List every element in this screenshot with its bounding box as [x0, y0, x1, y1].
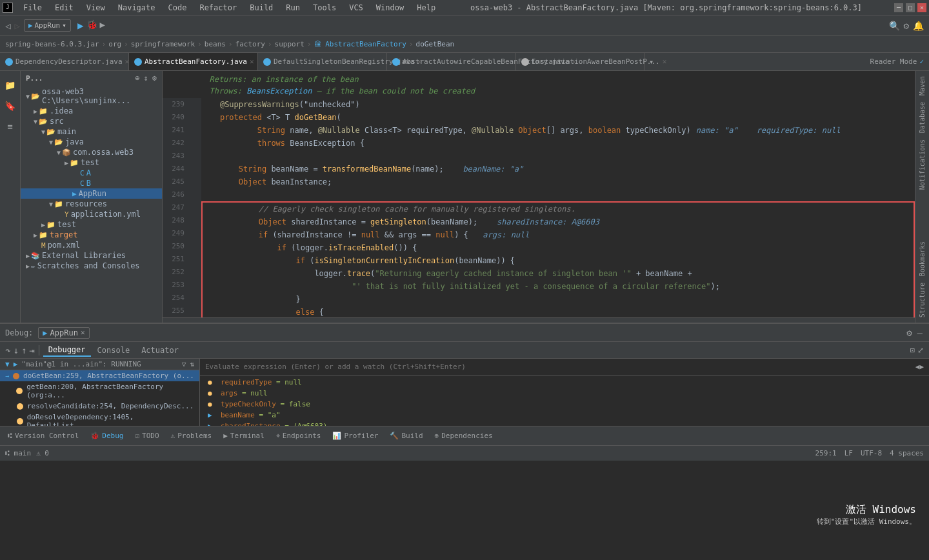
step-into-btn[interactable]: ↓ — [13, 345, 18, 355]
maximize-button[interactable]: □ — [906, 3, 915, 12]
var-beanname[interactable]: ▶ beanName = "a" — [200, 410, 929, 421]
tree-item-extlibs[interactable]: ▶ 📚 External Libraries — [21, 250, 162, 261]
coverage-icon[interactable]: ▶ — [100, 19, 105, 32]
thread-sort-icon[interactable]: ⇅ — [190, 360, 194, 368]
code-area[interactable]: 239 240 241 242 243 244 245 246 247 248 … — [163, 98, 915, 317]
bottom-terminal[interactable]: ▶ Terminal — [218, 430, 270, 441]
frame-item-2[interactable]: resolveCandidate:254, DependencyDesc... — [0, 401, 199, 412]
var-args[interactable]: ● args = null — [200, 388, 929, 399]
breadcrumb-factory[interactable]: factory — [235, 40, 265, 48]
tree-item-yml[interactable]: Y application.yml — [21, 209, 162, 219]
run-icon[interactable]: ▶ — [77, 19, 84, 32]
var-typecheckonly[interactable]: ● typeCheckOnly = false — [200, 399, 929, 410]
tree-item-main[interactable]: ▼ 📂 main — [21, 126, 162, 137]
bottom-problems[interactable]: ⚠ Problems — [166, 430, 217, 441]
eval-input[interactable] — [205, 363, 913, 371]
debug-tab-debugger[interactable]: Debugger — [43, 344, 91, 357]
tab-close-instantiation[interactable]: ✕ — [663, 57, 667, 66]
breadcrumb-springframework[interactable]: springframework — [131, 40, 195, 48]
tab-instantiation[interactable]: InstantiationAwareBeanPostP... ✕ — [516, 53, 645, 71]
status-indent[interactable]: 4 spaces — [890, 449, 924, 457]
tree-item-test-folder[interactable]: ▶ 📁 test — [21, 157, 162, 168]
menu-file[interactable]: File — [21, 2, 45, 14]
step-over-btn[interactable]: ↷ — [5, 345, 10, 355]
status-encoding[interactable]: UTF-8 — [861, 449, 882, 457]
tab-defaultsingleton[interactable]: DefaultSingletonBeanRegistry.java ✕ — [258, 53, 387, 71]
thread-expand-icon[interactable]: ▼ — [5, 360, 10, 368]
eval-arrow-left[interactable]: ◀ — [915, 363, 920, 371]
bookmarks-panel-icon[interactable]: Bookmarks — [917, 239, 927, 279]
notifications-panel-icon[interactable]: Notifications — [917, 137, 927, 192]
menu-window[interactable]: Window — [374, 2, 406, 14]
menu-build[interactable]: Build — [247, 2, 275, 14]
menu-help[interactable]: Help — [414, 2, 438, 14]
bottom-version-control[interactable]: ⑆ Version Control — [3, 430, 84, 441]
sidebar-icon-locate[interactable]: ⊕ — [135, 74, 139, 83]
project-icon[interactable]: 📁 — [1, 76, 19, 94]
run-to-cursor-btn[interactable]: ⇥ — [29, 345, 34, 355]
tree-item-class-a[interactable]: C A — [21, 168, 162, 178]
var-sharedinstance[interactable]: ▶ sharedInstance = (A@6603) — [200, 421, 929, 426]
frame-item-3[interactable]: doResolveDependency:1405, DefaultList... — [0, 412, 199, 426]
debug-tab-actuator[interactable]: Actuator — [136, 345, 184, 356]
tab-abstractautowire[interactable]: AbstractAutowireCapableBeanFactory.java … — [387, 53, 516, 71]
minimize-button[interactable]: ─ — [894, 3, 903, 12]
breadcrumb-class[interactable]: 🏛 AbstractBeanFactory — [314, 40, 406, 48]
menu-navigate[interactable]: Navigate — [115, 2, 158, 14]
tree-item-idea[interactable]: ▶ 📁 .idea — [21, 106, 162, 116]
frame-item-0[interactable]: → doGetBean:259, AbstractBeanFactory (o.… — [0, 370, 199, 381]
menu-vcs[interactable]: VCS — [346, 2, 366, 14]
breadcrumb-org[interactable]: org — [108, 40, 121, 48]
bottom-build[interactable]: 🔨 Build — [385, 430, 428, 441]
menu-view[interactable]: View — [84, 2, 108, 14]
menu-edit[interactable]: Edit — [52, 2, 76, 14]
step-out-btn[interactable]: ↑ — [21, 345, 26, 355]
tree-item-java[interactable]: ▼ 📂 java — [21, 137, 162, 147]
tab-more[interactable]: ▾ — [645, 57, 657, 66]
tree-item-resources[interactable]: ▼ 📁 resources — [21, 199, 162, 209]
menu-run[interactable]: Run — [283, 2, 303, 14]
nav-back-icon[interactable]: ◁ — [5, 21, 10, 31]
tab-dependency[interactable]: DependencyDescriptor.java ✕ — [0, 53, 129, 71]
status-git[interactable]: ⑆ main — [5, 449, 31, 457]
maven-panel-icon[interactable]: Maven — [917, 74, 927, 98]
breadcrumb-support[interactable]: support — [275, 40, 305, 48]
var-requiredtype[interactable]: ● requiredType = null — [200, 377, 929, 388]
code-editor[interactable]: Returns: an instance of the bean Throws:… — [163, 71, 915, 323]
nav-forward-icon[interactable]: ▷ — [14, 21, 19, 31]
close-button[interactable]: ✕ — [917, 3, 926, 12]
tree-item-target[interactable]: ▶ 📁 target — [21, 230, 162, 240]
tree-item-test2[interactable]: ▶ 📁 test — [21, 219, 162, 230]
status-warnings[interactable]: ⚠ 0 — [36, 449, 49, 457]
tree-item-pom[interactable]: M pom.xml — [21, 240, 162, 250]
search-icon[interactable]: 🔍 — [889, 21, 900, 31]
eval-arrow-right[interactable]: ▶ — [919, 363, 924, 371]
thread-filter-icon[interactable]: ▽ — [182, 360, 186, 368]
debug-expand-icon[interactable]: ⤢ — [917, 346, 924, 355]
menu-refactor[interactable]: Refactor — [197, 2, 239, 14]
tree-item-apprun[interactable]: ▶ AppRun — [21, 188, 162, 199]
structure-panel-icon[interactable]: Structure — [917, 280, 927, 320]
debug-session[interactable]: ▶ AppRun ✕ — [38, 327, 89, 339]
tree-item-root[interactable]: ▼ 📂 ossa-web3 C:\Users\sunjinx... — [21, 86, 162, 106]
status-line-col[interactable]: 259:1 — [815, 449, 837, 457]
breadcrumb-beans[interactable]: beans — [205, 40, 226, 48]
debug-session-close[interactable]: ✕ — [81, 328, 85, 337]
frame-item-1[interactable]: getBean:200, AbstractBeanFactory (org:a.… — [0, 381, 199, 401]
structure-icon[interactable]: ≡ — [1, 117, 19, 135]
notification-icon[interactable]: 🔔 — [913, 21, 924, 31]
bottom-todo[interactable]: ☑ TODO — [130, 430, 164, 441]
bottom-endpoints[interactable]: ⌖ Endpoints — [271, 430, 326, 441]
tree-item-scratches[interactable]: ▶ ✏ Scratches and Consoles — [21, 261, 162, 271]
settings-icon[interactable]: ⚙ — [904, 21, 909, 31]
status-lf[interactable]: LF — [844, 449, 853, 457]
sidebar-icon-settings[interactable]: ⚙ — [152, 74, 157, 83]
bookmark-icon[interactable]: 🔖 — [1, 97, 19, 115]
code-content[interactable]: @SuppressWarnings("unchecked") protected… — [201, 98, 915, 317]
debug-restore-icon[interactable]: ⊡ — [910, 346, 915, 355]
debug-icon[interactable]: 🐞 — [86, 19, 97, 32]
bottom-profiler[interactable]: 📊 Profiler — [327, 430, 383, 441]
tree-item-package[interactable]: ▼ 📦 com.ossa.web3 — [21, 147, 162, 157]
breadcrumb-jar[interactable]: spring-beans-6.0.3.jar — [5, 40, 99, 48]
reader-mode[interactable]: Reader Mode ✓ — [865, 57, 929, 66]
